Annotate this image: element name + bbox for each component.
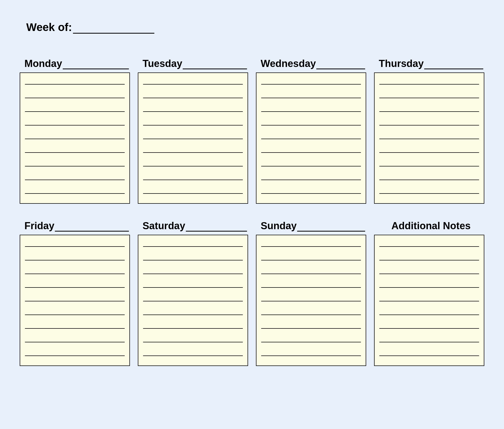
planner-grid: MondayTuesdayWednesdayThursdayFridaySatu… [16,57,488,366]
writing-line[interactable] [379,282,479,288]
writing-line[interactable] [261,79,361,85]
cell-header: Monday [20,57,130,69]
writing-line[interactable] [261,175,361,180]
writing-line[interactable] [25,107,125,112]
writing-line[interactable] [143,282,243,288]
writing-line[interactable] [379,161,479,166]
writing-line[interactable] [25,323,125,329]
writing-line[interactable] [25,79,125,85]
writing-line[interactable] [261,120,361,125]
writing-line[interactable] [261,323,361,329]
writing-line[interactable] [379,310,479,315]
writing-line[interactable] [25,148,125,153]
writing-line[interactable] [379,175,479,180]
writing-line[interactable] [143,310,243,315]
writing-line[interactable] [379,351,479,356]
writing-line[interactable] [379,189,479,194]
writing-line[interactable] [25,120,125,125]
writing-line[interactable] [25,337,125,342]
cell-box [256,72,366,204]
writing-line[interactable] [379,337,479,342]
writing-line[interactable] [261,337,361,342]
writing-line[interactable] [143,255,243,260]
writing-line[interactable] [261,310,361,315]
writing-line[interactable] [261,107,361,112]
writing-line[interactable] [25,175,125,180]
writing-line[interactable] [25,93,125,98]
writing-line[interactable] [379,148,479,153]
cell-header: Friday [20,219,130,232]
cell-header: Thursday [374,57,484,69]
writing-line[interactable] [25,134,125,139]
writing-line[interactable] [25,255,125,260]
writing-line[interactable] [143,175,243,180]
writing-line[interactable] [143,93,243,98]
cell-label: Monday [24,58,62,69]
cell-header-input-line[interactable] [316,59,365,69]
writing-line[interactable] [25,189,125,194]
writing-line[interactable] [143,269,243,274]
cell-header-input-line[interactable] [186,222,247,232]
writing-line[interactable] [261,93,361,98]
cell-box [374,72,484,204]
writing-line[interactable] [261,255,361,260]
cell-label: Wednesday [261,58,316,69]
writing-line[interactable] [143,120,243,125]
writing-line[interactable] [143,189,243,194]
writing-line[interactable] [143,107,243,112]
week-of-input-line[interactable] [73,23,154,34]
writing-line[interactable] [379,255,479,260]
writing-line[interactable] [261,242,361,247]
cell-label: Friday [24,220,54,232]
week-of-label: Week of: [26,21,72,34]
writing-line[interactable] [143,148,243,153]
cell-label: Tuesday [143,58,182,69]
week-of-header: Week of: [26,21,488,34]
writing-line[interactable] [379,296,479,301]
cell-header-input-line[interactable] [297,222,365,232]
writing-line[interactable] [379,107,479,112]
writing-line[interactable] [261,161,361,166]
writing-line[interactable] [379,93,479,98]
planner-cell: Friday [20,219,130,366]
writing-line[interactable] [143,323,243,329]
writing-line[interactable] [261,189,361,194]
cell-header-input-line[interactable] [63,59,129,69]
writing-line[interactable] [143,337,243,342]
writing-line[interactable] [379,269,479,274]
cell-box [374,235,484,366]
writing-line[interactable] [25,310,125,315]
writing-line[interactable] [379,79,479,85]
writing-line[interactable] [143,79,243,85]
writing-line[interactable] [143,296,243,301]
writing-line[interactable] [25,282,125,288]
writing-line[interactable] [261,148,361,153]
writing-line[interactable] [379,242,479,247]
writing-line[interactable] [261,269,361,274]
cell-box [20,72,130,204]
planner-cell: Sunday [256,219,366,366]
cell-header: Wednesday [256,57,366,69]
writing-line[interactable] [143,351,243,356]
cell-header-input-line[interactable] [424,59,483,69]
cell-box [138,235,248,366]
cell-header-input-line[interactable] [55,222,129,232]
writing-line[interactable] [25,351,125,356]
writing-line[interactable] [379,134,479,139]
writing-line[interactable] [25,296,125,301]
writing-line[interactable] [25,269,125,274]
planner-cell: Additional Notes [374,219,484,366]
writing-line[interactable] [261,134,361,139]
writing-line[interactable] [261,351,361,356]
writing-line[interactable] [379,323,479,329]
writing-line[interactable] [25,161,125,166]
writing-line[interactable] [379,120,479,125]
writing-line[interactable] [143,134,243,139]
cell-box [256,235,366,366]
cell-header-input-line[interactable] [183,59,247,69]
writing-line[interactable] [143,242,243,247]
writing-line[interactable] [261,282,361,288]
writing-line[interactable] [261,296,361,301]
writing-line[interactable] [143,161,243,166]
writing-line[interactable] [25,242,125,247]
